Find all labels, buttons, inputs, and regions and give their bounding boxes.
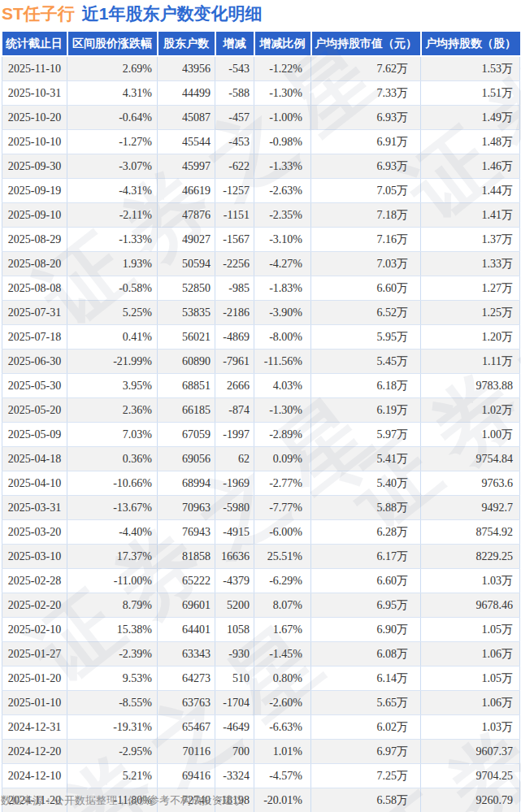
cell-date: 2025-10-31 <box>2 81 67 106</box>
cell-price-change: 5.21% <box>67 764 158 788</box>
table-row: 2025-01-209.53%642735100.80%6.14万1.05万 <box>2 667 520 691</box>
cell-delta-pct: -7.77% <box>254 496 311 520</box>
cell-price-change: 0.41% <box>67 325 158 350</box>
cell-delta-pct: -6.63% <box>254 715 311 740</box>
cell-avg-value: 6.02万 <box>311 715 421 740</box>
cell-delta-pct: 0.09% <box>254 447 311 471</box>
cell-delta: -4379 <box>215 569 254 593</box>
table-row: 2025-06-30-21.99%60890-7961-11.56%5.45万1… <box>2 350 520 374</box>
column-header: 统计截止日 <box>2 32 67 56</box>
table-row: 2025-09-19-4.31%46619-1257-2.63%7.05万1.4… <box>2 179 520 203</box>
cell-price-change: -8.55% <box>67 691 158 715</box>
cell-delta: 1058 <box>215 618 254 642</box>
cell-price-change: -11.00% <box>67 569 158 593</box>
table-row: 2024-12-20-2.95%701167001.01%6.97万9607.3… <box>2 740 520 764</box>
cell-avg-shares: 1.27万 <box>421 276 520 301</box>
cell-avg-shares: 1.44万 <box>421 179 520 203</box>
header-row: 统计截止日区间股价涨跌幅股东户数增减增减比例户均持股市值（元）户均持股数（股） <box>2 32 520 56</box>
cell-delta-pct: -1.00% <box>254 106 311 130</box>
cell-holders: 67059 <box>158 423 215 447</box>
table-row: 2025-01-27-2.39%63343-930-1.45%6.08万1.06… <box>2 642 520 667</box>
cell-date: 2025-09-10 <box>2 203 67 228</box>
table-header: 统计截止日区间股价涨跌幅股东户数增减增减比例户均持股市值（元）户均持股数（股） <box>2 32 520 56</box>
cell-price-change: -1.27% <box>67 130 158 154</box>
cell-date: 2025-03-10 <box>2 545 67 569</box>
cell-date: 2025-01-20 <box>2 667 67 691</box>
column-header: 户均持股数（股） <box>421 32 520 56</box>
cell-delta: -4869 <box>215 325 254 350</box>
cell-delta: -457 <box>215 106 254 130</box>
table-row: 2025-05-303.95%6885126664.03%6.18万9783.8… <box>2 374 520 398</box>
cell-delta: -2186 <box>215 301 254 325</box>
cell-delta: 16636 <box>215 545 254 569</box>
cell-delta-pct: -6.00% <box>254 520 311 545</box>
cell-avg-value: 6.91万 <box>311 130 421 154</box>
cell-holders: 68851 <box>158 374 215 398</box>
cell-delta: -1257 <box>215 179 254 203</box>
cell-avg-value: 6.60万 <box>311 569 421 593</box>
cell-delta: -1567 <box>215 228 254 252</box>
cell-holders: 64401 <box>158 618 215 642</box>
cell-avg-shares: 1.49万 <box>421 106 520 130</box>
cell-avg-shares: 9678.46 <box>421 593 520 618</box>
cell-delta-pct: -2.77% <box>254 471 311 496</box>
cell-avg-shares: 9763.6 <box>421 471 520 496</box>
cell-delta-pct: -20.01% <box>254 788 311 812</box>
cell-delta-pct: 8.07% <box>254 593 311 618</box>
shareholder-table: 统计截止日区间股价涨跌幅股东户数增减增减比例户均持股市值（元）户均持股数（股） … <box>2 32 520 812</box>
cell-price-change: -3.07% <box>67 154 158 179</box>
cell-holders: 66185 <box>158 398 215 423</box>
cell-holders: 65222 <box>158 569 215 593</box>
table-row: 2025-08-201.93%50594-2256-4.27%7.03万1.33… <box>2 252 520 276</box>
cell-avg-shares: 9492.7 <box>421 496 520 520</box>
cell-avg-value: 5.95万 <box>311 325 421 350</box>
cell-delta-pct: 1.67% <box>254 618 311 642</box>
cell-avg-value: 5.88万 <box>311 496 421 520</box>
table-body: 2025-11-102.69%43956-543-1.22%7.62万1.53万… <box>2 56 520 812</box>
cell-date: 2025-06-30 <box>2 350 67 374</box>
cell-price-change: -21.99% <box>67 350 158 374</box>
cell-delta: -1969 <box>215 471 254 496</box>
cell-delta-pct: -6.29% <box>254 569 311 593</box>
cell-avg-shares: 8229.25 <box>421 545 520 569</box>
cell-avg-shares: 8754.92 <box>421 520 520 545</box>
cell-holders: 52850 <box>158 276 215 301</box>
table-row: 2024-12-105.21%69416-3324-4.57%7.25万9704… <box>2 764 520 788</box>
cell-avg-value: 7.03万 <box>311 252 421 276</box>
cell-holders: 70963 <box>158 496 215 520</box>
cell-avg-shares: 1.03万 <box>421 569 520 593</box>
cell-holders: 63343 <box>158 642 215 667</box>
cell-date: 2024-12-20 <box>2 740 67 764</box>
table-row: 2025-07-315.25%53835-2186-3.90%6.52万1.25… <box>2 301 520 325</box>
cell-delta-pct: -1.30% <box>254 398 311 423</box>
cell-price-change: 4.31% <box>67 81 158 106</box>
table-row: 2025-03-1017.37%818581663625.51%6.17万822… <box>2 545 520 569</box>
table-row: 2025-10-314.31%44499-588-1.30%7.33万1.51万 <box>2 81 520 106</box>
cell-date: 2025-02-20 <box>2 593 67 618</box>
cell-avg-shares: 9783.88 <box>421 374 520 398</box>
cell-holders: 45087 <box>158 106 215 130</box>
cell-price-change: 2.36% <box>67 398 158 423</box>
table-row: 2025-10-10-1.27%45544-453-0.98%6.91万1.48… <box>2 130 520 154</box>
cell-avg-shares: 1.25万 <box>421 301 520 325</box>
cell-holders: 60890 <box>158 350 215 374</box>
cell-avg-shares: 1.48万 <box>421 130 520 154</box>
cell-price-change: -2.11% <box>67 203 158 228</box>
cell-avg-shares: 1.06万 <box>421 642 520 667</box>
cell-holders: 69056 <box>158 447 215 471</box>
cell-date: 2024-12-31 <box>2 715 67 740</box>
cell-avg-shares: 1.05万 <box>421 618 520 642</box>
cell-delta: -2256 <box>215 252 254 276</box>
cell-delta: -5980 <box>215 496 254 520</box>
cell-avg-value: 6.28万 <box>311 520 421 545</box>
column-header: 区间股价涨跌幅 <box>67 32 158 56</box>
cell-holders: 45997 <box>158 154 215 179</box>
cell-avg-value: 6.08万 <box>311 642 421 667</box>
table-row: 2025-02-28-11.00%65222-4379-6.29%6.60万1.… <box>2 569 520 593</box>
column-header: 增减 <box>215 32 254 56</box>
cell-avg-value: 7.25万 <box>311 764 421 788</box>
cell-date: 2025-05-09 <box>2 423 67 447</box>
cell-date: 2025-07-18 <box>2 325 67 350</box>
cell-date: 2025-03-31 <box>2 496 67 520</box>
cell-delta-pct: -1.30% <box>254 81 311 106</box>
